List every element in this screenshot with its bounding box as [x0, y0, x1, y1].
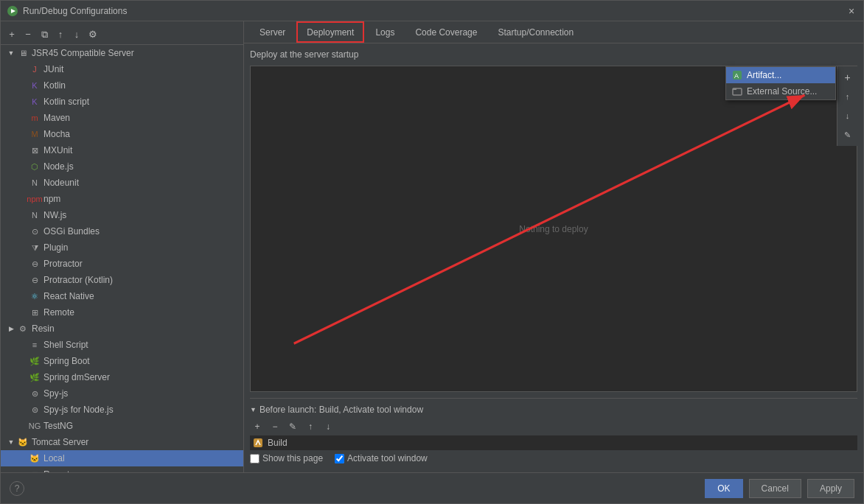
bl-down-button[interactable]: ↓ [321, 419, 335, 434]
sidebar-item-spy-js-node[interactable]: ⊜Spy-js for Node.js [1, 402, 243, 418]
sidebar-item-local[interactable]: 🐱Local [1, 450, 243, 466]
item-label-kotlin-script: Kotlin script [43, 97, 89, 107]
sidebar-item-shell-script[interactable]: ≡Shell Script [1, 337, 243, 353]
deploy-dropdown-menu: A Artifact... External Source... [725, 66, 836, 100]
tab-code-coverage[interactable]: Code Coverage [405, 21, 487, 43]
svg-rect-5 [733, 88, 736, 90]
item-label-nwjs: NW.js [43, 210, 66, 220]
item-icon-resin: ⚙ [17, 323, 29, 335]
item-icon-jsr45: 🖥 [17, 47, 29, 59]
sidebar-item-nodejs[interactable]: ⬡Node.js [1, 158, 243, 175]
tab-logs[interactable]: Logs [366, 21, 404, 43]
ok-button[interactable]: OK [705, 479, 742, 498]
sidebar-item-plugin[interactable]: ⧩Plugin [1, 239, 243, 256]
sidebar-item-spring-boot[interactable]: 🌿Spring Boot [1, 353, 243, 369]
dialog-window: Run/Debug Configurations × + − ⧉ ↑ ↓ ⚙ 🖥… [0, 0, 864, 504]
sidebar-item-npm[interactable]: npmnpm [1, 191, 243, 207]
tree-arrow-resin[interactable] [7, 324, 15, 333]
copy-config-button[interactable]: ⧉ [38, 28, 51, 41]
cancel-button[interactable]: Cancel [749, 479, 801, 498]
sidebar-item-kotlin-script[interactable]: KKotlin script [1, 94, 243, 110]
show-page-checkbox[interactable] [250, 454, 259, 463]
item-label-jsr45: JSR45 Compatible Server [32, 48, 134, 58]
sidebar-item-protractor[interactable]: ⊖Protractor [1, 256, 243, 272]
activate-window-label: Activate tool window [347, 453, 428, 463]
item-label-maven: Maven [43, 113, 70, 123]
item-label-osgi: OSGi Bundles [43, 226, 100, 237]
remove-config-button[interactable]: − [21, 28, 35, 41]
item-icon-react-native: ⚛ [29, 290, 41, 302]
sidebar-item-resin[interactable]: ⚙Resin [1, 321, 243, 337]
item-label-mxunit: MXUnit [43, 145, 72, 155]
sidebar-item-spy-js[interactable]: ⊜Spy-js [1, 385, 243, 402]
item-label-junit: JUnit [43, 64, 63, 74]
build-item: Build [250, 435, 857, 450]
item-label-nodejs: Node.js [43, 161, 74, 172]
footer-buttons: OK Cancel Apply [705, 479, 854, 498]
footer: ? OK Cancel Apply [1, 472, 863, 503]
sidebar-item-mxunit[interactable]: ⊠MXUnit [1, 142, 243, 158]
bl-edit-button[interactable]: ✎ [285, 419, 300, 434]
item-label-resin: Resin [32, 323, 55, 334]
right-panel: Server Deployment Logs Code Coverage Sta… [244, 21, 863, 472]
sidebar-item-tomcat-server[interactable]: 🐱Tomcat Server [1, 434, 243, 450]
add-config-button[interactable]: + [5, 28, 18, 41]
build-label: Build [268, 438, 288, 448]
item-label-npm: npm [43, 194, 60, 204]
sidebar-item-nodeunit[interactable]: NNodeunit [1, 175, 243, 191]
sidebar-item-nwjs[interactable]: NNW.js [1, 207, 243, 223]
close-button[interactable]: × [846, 5, 857, 17]
sidebar-item-tomcat-remote[interactable]: ⊞Remote [1, 466, 243, 472]
dropdown-artifact-item[interactable]: A Artifact... [726, 67, 835, 83]
item-label-protractor-kt: Protractor (Kotlin) [43, 275, 113, 285]
title-bar: Run/Debug Configurations × [1, 1, 863, 21]
item-icon-local: 🐱 [29, 452, 41, 464]
external-source-icon [732, 86, 742, 97]
sidebar-item-protractor-kt[interactable]: ⊖Protractor (Kotlin) [1, 272, 243, 288]
deploy-scroll-up-button[interactable]: ↑ [840, 88, 856, 105]
tree-arrow-jsr45[interactable] [7, 49, 15, 57]
bl-add-button[interactable]: + [250, 419, 265, 434]
apply-button[interactable]: Apply [807, 479, 854, 498]
settings-button[interactable]: ⚙ [86, 28, 100, 41]
help-button[interactable]: ? [10, 481, 24, 496]
sidebar-item-mocha[interactable]: MMocha [1, 126, 243, 142]
sidebar-toolbar: + − ⧉ ↑ ↓ ⚙ [1, 24, 243, 45]
before-launch-section: ▼ Before launch: Build, Activate tool wi… [250, 398, 857, 466]
sidebar-item-osgi[interactable]: ⊙OSGi Bundles [1, 223, 243, 239]
deploy-add-button[interactable]: + [840, 69, 856, 85]
item-icon-spring-dm: 🌿 [29, 371, 41, 383]
dialog-title: Run/Debug Configurations [23, 6, 127, 16]
item-icon-npm: npm [29, 193, 41, 205]
item-icon-spy-js-node: ⊜ [29, 404, 41, 416]
before-launch-toggle[interactable]: ▼ [250, 406, 257, 413]
sidebar-item-testng[interactable]: NGTestNG [1, 418, 243, 434]
dropdown-external-source-item[interactable]: External Source... [726, 83, 835, 99]
sidebar-item-react-native[interactable]: ⚛React Native [1, 288, 243, 304]
deploy-scroll-down-button[interactable]: ↓ [840, 108, 856, 124]
tree-arrow-tomcat-server[interactable] [7, 438, 15, 447]
item-label-spy-js: Spy-js [43, 388, 68, 399]
item-icon-protractor: ⊖ [29, 258, 41, 270]
sidebar-item-junit[interactable]: JJUnit [1, 61, 243, 77]
item-label-kotlin: Kotlin [43, 80, 66, 91]
bl-remove-button[interactable]: − [268, 419, 282, 434]
item-label-protractor: Protractor [43, 259, 83, 269]
sort-down-button[interactable]: ↓ [70, 28, 83, 41]
bl-up-button[interactable]: ↑ [303, 419, 318, 434]
sidebar-item-kotlin[interactable]: KKotlin [1, 77, 243, 94]
before-launch-label: Before launch: Build, Activate tool wind… [259, 405, 423, 415]
sidebar-item-spring-dm[interactable]: 🌿Spring dmServer [1, 369, 243, 385]
activate-window-checkbox[interactable] [335, 454, 344, 463]
tab-server[interactable]: Server [250, 21, 295, 43]
sidebar-item-jsr45[interactable]: 🖥JSR45 Compatible Server [1, 45, 243, 61]
item-icon-kotlin-script: K [29, 96, 41, 108]
tab-startup-connection[interactable]: Startup/Connection [488, 21, 583, 43]
tab-deployment[interactable]: Deployment [296, 21, 364, 43]
item-icon-osgi: ⊙ [29, 225, 41, 237]
sidebar-item-remote[interactable]: ⊞Remote [1, 304, 243, 321]
sidebar-item-maven[interactable]: mMaven [1, 110, 243, 126]
sort-up-button[interactable]: ↑ [54, 28, 67, 41]
deploy-edit-button[interactable]: ✎ [840, 127, 856, 143]
item-icon-mocha: M [29, 128, 41, 140]
